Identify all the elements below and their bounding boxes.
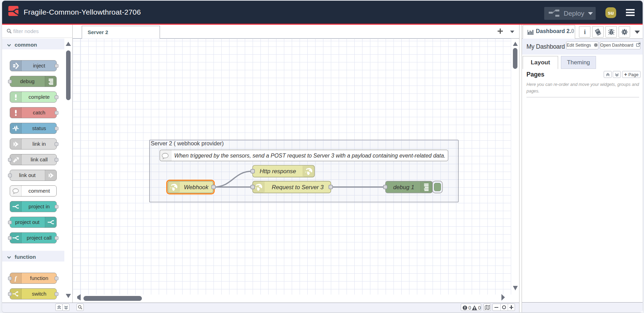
svg-text:f: f — [15, 275, 17, 282]
svg-text:Request to Server 3: Request to Server 3 — [272, 184, 324, 191]
svg-text:i: i — [584, 29, 586, 35]
svg-text:When triggered by the sensors,: When triggered by the sensors, send a PO… — [174, 153, 445, 159]
svg-text:Server 2 ( webhook provider): Server 2 ( webhook provider) — [151, 140, 224, 146]
svg-text:Http response: Http response — [260, 168, 296, 175]
svg-text:debug 1: debug 1 — [393, 184, 414, 191]
svg-text:Webhook: Webhook — [184, 184, 209, 191]
